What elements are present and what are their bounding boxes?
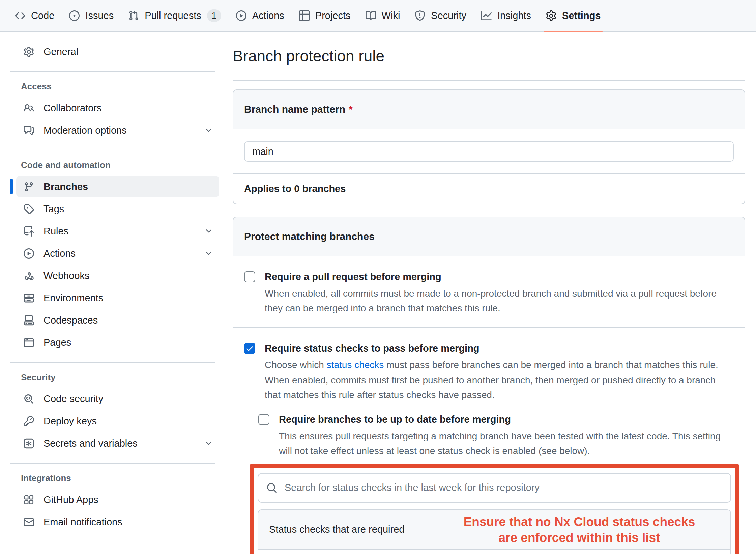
gear-icon xyxy=(24,47,34,57)
tab-label: Code xyxy=(31,10,54,21)
require-pull-request-label: Require a pull request before merging xyxy=(265,270,441,283)
sidebar-item-secrets-and-variables[interactable]: Secrets and variables xyxy=(16,433,219,454)
code-icon xyxy=(15,10,25,21)
asterisk-icon xyxy=(24,438,34,449)
key-icon xyxy=(24,416,34,426)
require-status-checks-checkbox[interactable] xyxy=(244,343,255,354)
server-icon xyxy=(24,293,34,303)
codescan-icon xyxy=(24,394,34,404)
project-icon xyxy=(299,10,310,21)
tab-insights[interactable]: Insights xyxy=(474,0,539,31)
required-asterisk: * xyxy=(349,104,353,115)
required-status-checks-list: Status checks that are required Ensure t… xyxy=(258,509,731,554)
require-pull-request-checkbox[interactable] xyxy=(244,271,255,282)
description-text: Choose which xyxy=(265,360,327,370)
setting-require-up-to-date: Require branches to be up to date before… xyxy=(258,413,734,459)
page-title: Branch protection rule xyxy=(233,47,745,81)
sidebar-section-security: Security xyxy=(16,372,219,383)
sidebar-item-codespaces[interactable]: Codespaces xyxy=(16,309,219,331)
sidebar-item-label: Actions xyxy=(43,248,76,259)
check-icon xyxy=(245,344,254,353)
chevron-down-icon xyxy=(204,227,213,236)
require-up-to-date-checkbox[interactable] xyxy=(258,414,269,425)
sidebar-item-email-notifications[interactable]: Email notifications xyxy=(16,511,219,533)
tab-security[interactable]: Security xyxy=(407,0,474,31)
protect-matching-branches-card: Protect matching branches Require a pull… xyxy=(233,217,745,554)
play-icon xyxy=(236,10,246,21)
browser-icon xyxy=(24,337,34,348)
status-checks-search-input[interactable] xyxy=(258,473,731,503)
status-check-row: main GitHub Actions xyxy=(258,550,730,554)
sidebar-item-label: Branches xyxy=(43,181,88,192)
protect-matching-branches-header: Protect matching branches xyxy=(233,217,745,256)
require-status-checks-description: Choose which status checks must pass bef… xyxy=(265,358,734,403)
sidebar-item-label: Deploy keys xyxy=(43,416,97,427)
tab-label: Projects xyxy=(315,10,351,21)
sidebar-item-environments[interactable]: Environments xyxy=(16,287,219,309)
book-icon xyxy=(366,10,376,21)
sidebar-item-code-security[interactable]: Code security xyxy=(16,388,219,410)
tab-label: Insights xyxy=(497,10,531,21)
tab-wiki[interactable]: Wiki xyxy=(358,0,408,31)
annotation-highlight-box: Status checks that are required Ensure t… xyxy=(250,464,739,554)
people-icon xyxy=(24,103,34,113)
branch-name-pattern-input[interactable] xyxy=(244,141,734,162)
sidebar-item-branches[interactable]: Branches xyxy=(16,176,219,197)
require-status-checks-label: Require status checks to pass before mer… xyxy=(265,341,479,355)
tab-code[interactable]: Code xyxy=(7,0,62,31)
tab-label: Pull requests xyxy=(145,10,201,21)
sidebar-item-label: GitHub Apps xyxy=(43,494,98,505)
sidebar-item-actions[interactable]: Actions xyxy=(16,243,219,264)
chevron-down-icon xyxy=(204,126,213,135)
search-icon xyxy=(266,482,277,493)
tab-pull-requests[interactable]: Pull requests1 xyxy=(121,0,229,31)
webhook-icon xyxy=(24,271,34,281)
tab-projects[interactable]: Projects xyxy=(292,0,358,31)
sidebar-item-general[interactable]: General xyxy=(16,41,219,62)
sidebar-item-label: Codespaces xyxy=(43,315,98,326)
annotation-line-1: Ensure that no Nx Cloud status checks xyxy=(447,514,711,529)
play-icon xyxy=(24,248,34,259)
sidebar-divider xyxy=(10,463,215,464)
repo-push-icon xyxy=(24,226,34,237)
sidebar-item-deploy-keys[interactable]: Deploy keys xyxy=(16,410,219,432)
require-up-to-date-description: This ensures pull requests targeting a m… xyxy=(279,429,734,459)
sidebar-item-github-apps[interactable]: GitHub Apps xyxy=(16,489,219,510)
status-checks-search xyxy=(258,473,731,503)
sidebar-item-label: Collaborators xyxy=(43,103,101,114)
sidebar-section-integrations: Integrations xyxy=(16,473,219,483)
sidebar-item-label: Code security xyxy=(43,393,103,405)
branch-name-pattern-header: Branch name pattern* xyxy=(233,90,745,129)
sidebar-item-tags[interactable]: Tags xyxy=(16,198,219,220)
tab-label: Issues xyxy=(85,10,114,21)
sidebar-section-code-and-automation: Code and automation xyxy=(16,160,219,170)
tab-settings[interactable]: Settings xyxy=(539,0,608,31)
sidebar-item-label: General xyxy=(43,46,78,57)
pull-requests-count-badge: 1 xyxy=(207,9,221,22)
sidebar-item-rules[interactable]: Rules xyxy=(16,220,219,242)
shield-icon xyxy=(415,10,425,21)
sidebar-item-label: Tags xyxy=(43,203,64,215)
main-content: Branch protection rule Branch name patte… xyxy=(233,32,756,554)
sidebar-item-collaborators[interactable]: Collaborators xyxy=(16,97,219,119)
status-checks-link[interactable]: status checks xyxy=(327,360,384,370)
sidebar-item-label: Rules xyxy=(43,226,68,237)
tab-label: Actions xyxy=(252,10,284,21)
tab-issues[interactable]: Issues xyxy=(62,0,121,31)
branch-name-pattern-card: Branch name pattern* Applies to 0 branch… xyxy=(233,89,745,204)
sidebar-item-moderation-options[interactable]: Moderation options xyxy=(16,119,219,141)
mail-icon xyxy=(24,517,34,527)
sidebar-divider xyxy=(10,362,215,363)
branch-name-pattern-body xyxy=(233,129,745,173)
tab-actions[interactable]: Actions xyxy=(229,0,292,31)
sidebar-item-pages[interactable]: Pages xyxy=(16,332,219,353)
require-pull-request-description: When enabled, all commits must be made t… xyxy=(265,286,734,316)
tag-icon xyxy=(24,204,34,214)
setting-require-pull-request: Require a pull request before merging Wh… xyxy=(233,256,745,327)
sidebar-item-label: Email notifications xyxy=(43,517,122,528)
chevron-down-icon xyxy=(204,439,213,448)
git-pull-request-icon xyxy=(128,10,139,21)
sidebar-item-webhooks[interactable]: Webhooks xyxy=(16,265,219,286)
sidebar-item-label: Pages xyxy=(43,337,71,348)
sidebar-item-label: Webhooks xyxy=(43,270,90,281)
